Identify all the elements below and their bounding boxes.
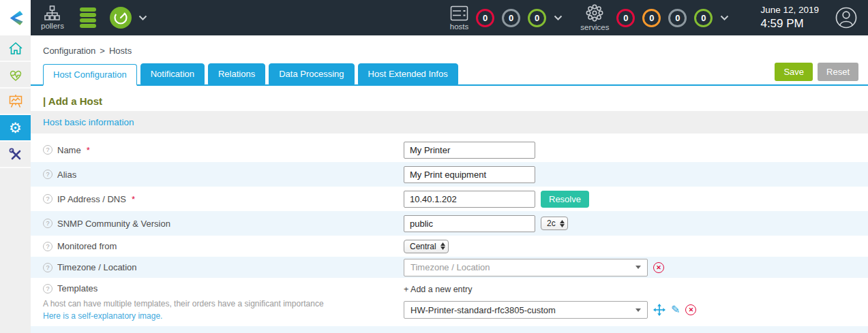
help-icon[interactable]: ? [43,284,53,294]
database-status-icon[interactable] [78,7,98,29]
add-template-entry-link[interactable]: + Add a new entry [404,285,696,294]
template-select[interactable]: HW-Printer-standard-rfc3805-custom [404,301,648,319]
services-label: services [580,23,609,31]
services-chevron-down-icon[interactable] [720,15,729,21]
monitored-from-value: Central [410,242,436,251]
form-row-name: ? Name * [31,138,868,162]
services-icon [586,4,603,22]
form-actions: Save Reset [775,63,858,84]
name-input[interactable] [404,142,535,159]
select-stepper-icon [560,220,565,227]
dropdown-arrow-icon [635,266,641,269]
pollers-menu[interactable]: pollers [41,5,64,30]
sidebar-item-administration[interactable] [0,142,31,168]
ip-input[interactable] [404,191,535,208]
services-unknown-counter[interactable]: 0 [668,9,687,27]
hosts-up-counter[interactable]: 0 [528,9,546,27]
sidebar-item-configuration[interactable]: ⚙ [0,115,31,142]
form-row-monitored-from: ? Monitored from Central [31,236,868,257]
breadcrumb-hosts[interactable]: Hosts [109,46,132,56]
user-avatar[interactable] [835,7,857,29]
heart-pulse-icon [8,68,23,82]
template-move-icon[interactable] [653,304,665,316]
tools-icon [8,147,23,162]
chart-easel-icon [8,94,23,108]
sidebar: ⚙ [0,35,31,333]
tab-notification[interactable]: Notification [140,63,205,84]
resolve-button[interactable]: Resolve [541,191,589,208]
ip-label: IP Address / DNS [57,194,126,204]
clock: June 12, 2019 4:59 PM [760,5,819,31]
topbar: pollers [0,0,868,35]
hosts-label: hosts [450,22,469,31]
timezone-placeholder: Timezone / Location [410,262,490,272]
pollers-icon [44,5,60,20]
snmp-label: SNMP Community & Version [57,219,170,229]
snmp-community-input[interactable] [404,215,535,232]
gear-icon: ⚙ [9,121,22,135]
help-icon[interactable]: ? [43,242,53,251]
alias-input[interactable] [404,166,535,183]
tab-host-configuration[interactable]: Host Configuration [43,64,137,86]
name-label: Name [57,145,81,155]
reset-button[interactable]: Reset [818,63,858,81]
services-critical-counter[interactable]: 0 [616,9,635,27]
templates-label: Templates [57,283,98,294]
hosts-unreachable-counter[interactable]: 0 [502,9,520,27]
services-menu[interactable]: services [580,4,609,31]
form-row-timezone: ? Timezone / Location Timezone / Locatio… [31,257,868,278]
select-stepper-icon [440,242,445,250]
help-icon[interactable]: ? [43,219,53,228]
timezone-clear-icon[interactable] [653,262,664,273]
gauge-status-icon[interactable] [109,6,132,29]
services-ok-counter[interactable]: 0 [694,9,713,27]
section-host-basic-information: Host basic information [31,111,868,133]
required-asterisk: * [132,194,135,204]
form-row-ip: ? IP Address / DNS * Resolve [31,187,868,211]
template-value: HW-Printer-standard-rfc3805-custom [410,305,556,315]
snmp-version-select[interactable]: 2c [541,217,568,230]
poller-chevron-down-icon[interactable] [138,15,147,21]
help-icon[interactable]: ? [43,263,53,272]
hosts-chevron-down-icon[interactable] [554,15,563,21]
help-icon[interactable]: ? [43,145,53,155]
monitored-from-label: Monitored from [57,241,117,251]
services-status-cluster: services 0 0 0 0 [580,4,729,31]
template-edit-icon[interactable]: ✎ [671,304,680,315]
centreon-logo[interactable] [0,0,31,35]
pollers-label: pollers [41,22,64,30]
templates-example-link[interactable]: Here is a self-explanatory image. [43,311,404,321]
centreon-logo-icon [6,9,25,27]
host-form: ? Name * ? Alias [31,138,868,333]
page-title: | Add a Host [43,95,868,107]
hosts-status-cluster: hosts 0 0 0 [450,5,563,31]
sidebar-item-monitoring[interactable] [0,62,31,89]
form-row-snmp: ? SNMP Community & Version 2c [31,211,868,236]
home-icon [8,42,23,55]
templates-hint: A host can have multiple templates, thei… [43,299,404,308]
hosts-menu[interactable]: hosts [450,5,469,31]
sidebar-item-home[interactable] [0,35,31,62]
dropdown-arrow-icon [635,308,641,312]
breadcrumb-configuration[interactable]: Configuration [43,46,95,56]
tab-host-extended-infos[interactable]: Host Extended Infos [358,63,458,84]
form-row-templates: ? Templates A host can have multiple tem… [31,278,868,326]
save-button[interactable]: Save [775,63,813,81]
template-delete-icon[interactable] [685,304,696,315]
tab-data-processing[interactable]: Data Processing [269,63,354,84]
hosts-icon [450,5,468,21]
centreon-app: pollers [0,0,868,333]
timezone-label: Timezone / Location [57,262,137,272]
sidebar-item-reporting[interactable] [0,89,31,115]
timezone-select[interactable]: Timezone / Location [404,259,648,276]
help-icon[interactable]: ? [43,194,53,204]
main-content: Configuration>Hosts Host Configuration N… [31,35,868,333]
hosts-down-counter[interactable]: 0 [476,9,494,27]
breadcrumb: Configuration>Hosts [31,35,868,63]
tab-relations[interactable]: Relations [208,63,265,84]
form-row-alias: ? Alias [31,162,868,187]
monitored-from-select[interactable]: Central [404,240,449,253]
alias-label: Alias [57,170,76,180]
services-warning-counter[interactable]: 0 [642,9,661,27]
help-icon[interactable]: ? [43,170,53,179]
